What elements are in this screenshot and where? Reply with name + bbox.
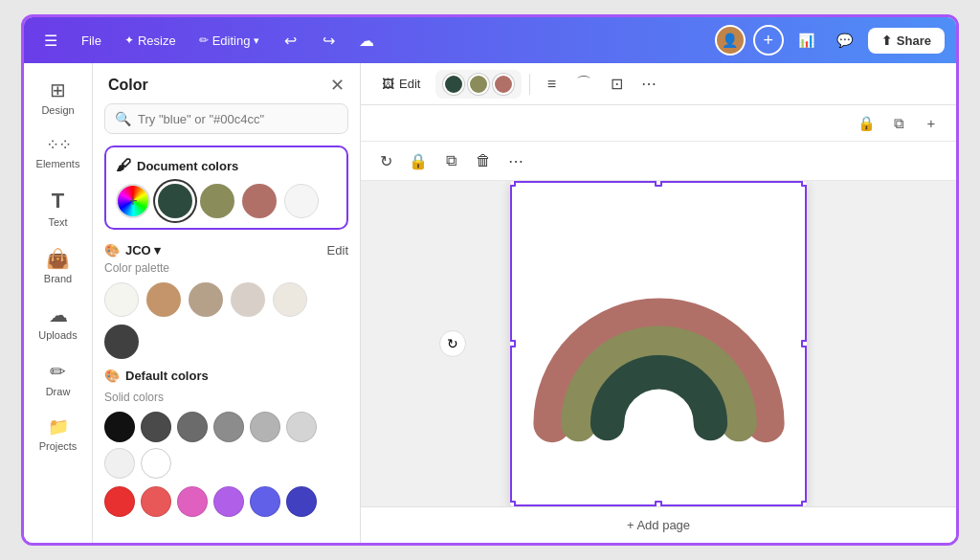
lines-icon[interactable]: ≡ [538,71,565,98]
editing-button[interactable]: ✏ Editing ▾ [191,30,268,52]
file-menu[interactable]: File [74,30,109,52]
jco-swatch-2[interactable] [146,282,181,317]
uploads-icon: ☁ [49,303,68,326]
delete-action-icon[interactable]: 🗑 [470,147,497,174]
doc-colors-swatches: + [116,184,337,218]
color-swatch-mauve[interactable] [242,184,277,218]
action-bar: ↻ 🔒 ⧉ 🗑 ⋯ [361,142,956,181]
jco-swatch-3[interactable] [189,282,223,317]
solid-swatch-off-white[interactable] [104,448,135,479]
sidebar-item-design[interactable]: ⊞ Design [30,71,87,123]
canvas-color-3[interactable] [493,74,514,95]
chevron-down-icon: ▾ [154,243,161,258]
chart-icon[interactable]: 📊 [791,25,822,56]
solid-swatch-dark-gray[interactable] [141,412,171,442]
solid-swatch-pink[interactable] [177,486,208,517]
elements-icon: ⁘⁘ [46,135,71,155]
more-action-icon[interactable]: ⋯ [502,147,529,174]
sidebar-item-elements[interactable]: ⁘⁘ Elements [30,127,87,177]
color-swatch-dark-green[interactable] [158,184,192,218]
jco-label: JCO [125,243,151,258]
default-colors-icon: 🎨 [104,369,120,383]
brand-icon: 👜 [46,247,70,270]
canvas-color-1[interactable] [443,74,464,95]
sidebar-item-draw-label: Draw [46,386,71,397]
crop-icon[interactable]: ⊡ [603,71,630,98]
canvas-color-2[interactable] [468,74,489,95]
canvas-frame[interactable] [510,181,807,506]
jco-color-swatches [104,282,348,359]
solid-swatch-red[interactable] [104,486,135,517]
handle-top-left[interactable] [510,181,516,187]
canvas-secondary-toolbar: 🔒 ⧉ + [361,105,956,142]
more-options-icon[interactable]: ⋯ [635,71,662,98]
jco-swatch-5[interactable] [273,282,307,317]
cloud-button[interactable]: ☁ [351,25,382,56]
color-search-box[interactable]: 🔍 [104,103,348,134]
jco-edit-button[interactable]: Edit [327,243,348,258]
sidebar-item-uploads[interactable]: ☁ Uploads [30,296,87,348]
solid-swatch-light-gray[interactable] [250,412,280,442]
handle-bottom-right[interactable] [801,501,807,506]
share-button[interactable]: ⬆ Share [868,28,945,54]
handle-mid-right[interactable] [801,340,807,347]
edit-button[interactable]: 🖼 Edit [372,72,430,96]
solid-swatch-lighter-gray[interactable] [286,412,317,442]
canvas-content: ↻ [361,181,956,506]
duplicate-action-icon[interactable]: ⧉ [437,147,464,174]
color-panel: Color ✕ 🔍 🖌 Document colors [93,63,361,543]
add-collaborator-button[interactable]: + [753,25,784,56]
sidebar-item-text[interactable]: T Text [30,181,87,235]
jco-icon: 🎨 [104,243,120,258]
share-icon: ⬆ [881,34,892,48]
sidebar-item-projects[interactable]: 📁 Projects [30,409,87,459]
lock-action-icon[interactable]: 🔒 [405,147,432,174]
handle-top-right[interactable] [801,181,807,187]
sidebar-item-brand-label: Brand [44,273,72,284]
handle-bottom-left[interactable] [510,501,516,506]
doc-colors-box: 🖌 Document colors + [104,146,348,230]
comment-icon[interactable]: 💬 [830,25,860,56]
jco-swatch-1[interactable] [104,282,139,317]
rotate-icon[interactable]: ↻ [372,147,399,174]
sidebar-item-draw[interactable]: ✏ Draw [30,352,87,405]
color-swatch-olive[interactable] [200,184,234,218]
handle-mid-left[interactable] [510,340,516,347]
solid-swatch-black[interactable] [104,412,135,442]
menu-icon[interactable]: ☰ [35,25,66,56]
handle-bottom-mid[interactable] [655,501,662,506]
color-search-input[interactable] [138,112,338,126]
solid-swatch-medium-gray[interactable] [213,412,244,442]
main-area: ⊞ Design ⁘⁘ Elements T Text 👜 Brand ☁ Up… [24,63,956,543]
close-panel-button[interactable]: ✕ [330,77,345,94]
sidebar-item-brand[interactable]: 👜 Brand [30,239,87,292]
solid-swatch-purple[interactable] [213,486,244,517]
color-circles[interactable] [435,70,522,99]
solid-colors-row2 [104,486,348,517]
canvas-footer[interactable]: + Add page [361,506,956,543]
handle-top-mid[interactable] [655,181,662,187]
copy-icon[interactable]: ⧉ [885,110,912,137]
jco-brand-selector[interactable]: 🎨 JCO ▾ [104,243,161,258]
jco-section: 🎨 JCO ▾ Edit Color palette [93,243,360,369]
add-color-swatch[interactable]: + [116,184,150,218]
user-avatar[interactable]: 👤 [715,25,746,56]
color-swatch-white[interactable] [284,184,319,218]
corner-icon[interactable]: ⌒ [570,71,597,98]
solid-swatch-white[interactable] [141,448,171,479]
draw-icon: ✏ [50,360,66,383]
jco-swatch-6[interactable] [104,325,139,359]
solid-swatch-blue-purple[interactable] [250,486,280,517]
undo-button[interactable]: ↩ [275,25,305,56]
redo-button[interactable]: ↪ [313,25,344,56]
solid-swatch-navy[interactable] [286,486,317,517]
resize-button[interactable]: ✦ Resize [117,30,184,52]
jco-swatch-4[interactable] [231,282,265,317]
sidebar-item-projects-label: Projects [39,440,78,452]
search-icon: 🔍 [115,111,131,126]
lock-icon[interactable]: 🔒 [853,110,880,137]
solid-swatch-salmon[interactable] [141,486,171,517]
jco-dropdown[interactable]: JCO ▾ [125,243,161,258]
add-page-icon[interactable]: + [918,110,945,137]
solid-swatch-gray[interactable] [177,412,208,442]
